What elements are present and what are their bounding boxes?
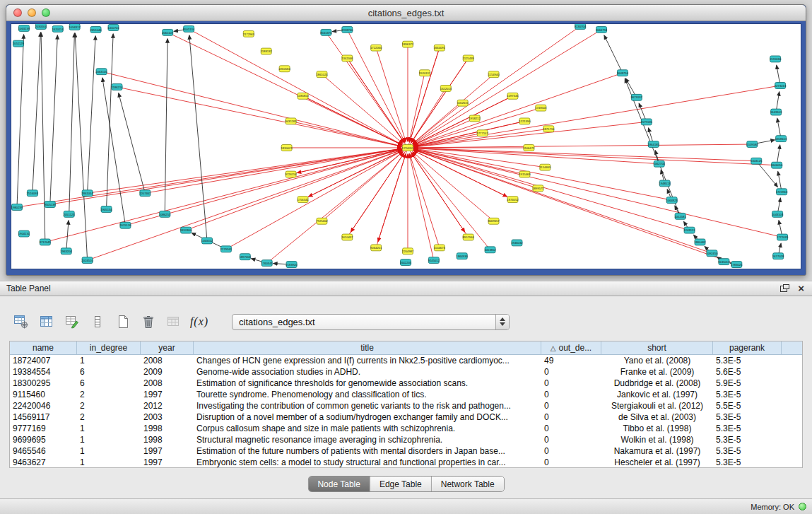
- graph-node[interactable]: 1463552: [201, 238, 213, 244]
- graph-node[interactable]: 1591630: [770, 56, 782, 62]
- graph-node[interactable]: 1664091: [434, 45, 446, 51]
- column-header-name[interactable]: name: [10, 341, 77, 354]
- graph-node[interactable]: 1154469: [539, 164, 551, 170]
- graph-node[interactable]: 1724057: [402, 145, 414, 151]
- graph-node[interactable]: 1086253: [159, 211, 171, 217]
- graph-node[interactable]: 1125439: [463, 55, 475, 62]
- graph-node[interactable]: 2172963: [243, 30, 255, 37]
- graph-node[interactable]: 1207461: [139, 190, 151, 197]
- graph-node[interactable]: 1760341: [261, 260, 273, 267]
- graph-node[interactable]: 2186214: [111, 84, 123, 90]
- table-row[interactable]: 1830029562008Estimation of significance …: [10, 378, 802, 389]
- graph-node[interactable]: 2063105: [95, 69, 107, 75]
- graph-node[interactable]: 9245013: [718, 259, 730, 265]
- graph-node[interactable]: 1106472: [523, 145, 535, 151]
- graph-node[interactable]: 8679197: [631, 94, 643, 100]
- graph-node[interactable]: 1322013: [440, 86, 452, 92]
- network-canvas[interactable]: 1106472122139010973451154940112543916640…: [11, 23, 801, 269]
- close-window-button[interactable]: [13, 8, 22, 17]
- graph-node[interactable]: 1875710: [543, 126, 555, 132]
- graph-node[interactable]: 2651040: [90, 26, 102, 33]
- new-table-icon[interactable]: [113, 312, 133, 332]
- column-header-title[interactable]: title: [194, 341, 541, 354]
- graph-node[interactable]: 1610437: [341, 234, 353, 240]
- edit-table-icon[interactable]: [62, 312, 82, 332]
- table-row[interactable]: 1938455462009Genome-wide association stu…: [10, 366, 802, 378]
- column-header-out-degree[interactable]: △out_de...: [541, 341, 601, 354]
- graph-node[interactable]: 1860462: [694, 239, 706, 245]
- graph-node[interactable]: 2204987: [402, 248, 414, 255]
- delete-table-icon[interactable]: [139, 312, 158, 332]
- graph-node[interactable]: 1864185: [648, 141, 660, 148]
- graph-node[interactable]: 9245012: [428, 257, 440, 264]
- function-builder-icon[interactable]: f(x): [189, 312, 209, 332]
- graph-node[interactable]: 1905134: [100, 206, 112, 213]
- graph-node[interactable]: 2030504: [35, 24, 47, 29]
- graph-node[interactable]: 7925402: [316, 218, 328, 224]
- graph-node[interactable]: 1342046: [341, 55, 353, 62]
- graph-node[interactable]: 1777147: [476, 130, 488, 136]
- graph-node[interactable]: 2061107: [162, 29, 174, 35]
- column-header-short[interactable]: short: [601, 341, 713, 354]
- graph-node[interactable]: 2051123: [64, 211, 76, 217]
- table-row[interactable]: 969969511998Structural magnetic resonanc…: [10, 434, 802, 445]
- graph-node[interactable]: 1248151: [683, 227, 695, 233]
- graph-node[interactable]: 9352460: [180, 227, 192, 233]
- graph-node[interactable]: 1904131: [18, 230, 30, 237]
- window-titlebar[interactable]: citations_edges.txt: [6, 5, 806, 21]
- graph-node[interactable]: 2183920: [286, 262, 298, 268]
- graph-node[interactable]: 1003125: [751, 158, 763, 164]
- graph-node[interactable]: 1559580: [746, 141, 758, 148]
- graph-node[interactable]: 1221390: [519, 118, 531, 124]
- graph-node[interactable]: 9064201: [370, 245, 382, 251]
- graph-node[interactable]: 1144673: [434, 245, 446, 251]
- tab-network-table[interactable]: Network Table: [432, 477, 504, 491]
- graph-node[interactable]: 1097345: [507, 93, 519, 99]
- graph-node[interactable]: 1896372: [402, 41, 414, 47]
- graph-node[interactable]: 1946032: [511, 240, 523, 246]
- graph-node[interactable]: 1052581: [674, 213, 686, 219]
- graph-node[interactable]: 1358103: [775, 136, 787, 142]
- graph-node[interactable]: 2024510: [81, 257, 93, 264]
- graph-node[interactable]: 1064823: [666, 197, 678, 204]
- graph-node[interactable]: 2015126: [119, 222, 131, 228]
- graph-node[interactable]: 1092450: [706, 250, 718, 257]
- graph-node[interactable]: 1579135: [641, 119, 653, 125]
- graph-node[interactable]: 8712045: [40, 239, 52, 245]
- graph-node[interactable]: 1963204: [61, 248, 73, 255]
- graph-node[interactable]: 1899575: [532, 185, 544, 192]
- graph-node[interactable]: 1642203: [400, 259, 412, 266]
- graph-node[interactable]: 1861024: [316, 71, 328, 78]
- graph-node[interactable]: 1162615: [457, 100, 469, 106]
- graph-node[interactable]: 1648794: [617, 70, 629, 76]
- table-settings-icon[interactable]: [11, 312, 31, 332]
- graph-node[interactable]: 8069657: [488, 218, 500, 224]
- graph-node[interactable]: 1043103: [772, 211, 784, 217]
- zoom-window-button[interactable]: [42, 8, 50, 17]
- graph-node[interactable]: 1063239: [18, 25, 30, 31]
- tab-edge-table[interactable]: Edge Table: [370, 477, 432, 491]
- graph-node[interactable]: 1410741: [107, 24, 119, 30]
- graph-node[interactable]: 1864930: [457, 253, 469, 259]
- graph-node[interactable]: 1722060: [370, 45, 382, 51]
- graph-node[interactable]: 1948513: [659, 180, 671, 187]
- graph-node[interactable]: 9505134: [183, 25, 195, 32]
- graph-node[interactable]: 1646050: [771, 162, 783, 168]
- import-table-icon[interactable]: [164, 312, 184, 332]
- graph-node[interactable]: 2516093: [27, 190, 39, 197]
- graph-node[interactable]: 1723963: [776, 189, 788, 195]
- graph-node[interactable]: 8561376: [320, 29, 332, 35]
- table-row[interactable]: 1456911722003Disruption of a novel membe…: [10, 411, 802, 423]
- graph-node[interactable]: 1643103: [770, 109, 782, 115]
- graph-node[interactable]: 1154940: [488, 71, 500, 78]
- combo-stepper-icon[interactable]: [495, 315, 509, 329]
- table-source-select[interactable]: citations_edges.txt: [232, 314, 510, 330]
- show-columns-icon[interactable]: [37, 312, 57, 332]
- graph-node[interactable]: 1897203: [240, 254, 252, 260]
- column-header-year[interactable]: year: [141, 341, 194, 354]
- graph-node[interactable]: 2051129: [13, 40, 25, 47]
- graph-node[interactable]: 1958760: [341, 26, 353, 33]
- graph-node[interactable]: 1620114: [52, 25, 64, 32]
- graph-node[interactable]: 1861054: [81, 190, 93, 197]
- table-row[interactable]: 1872400712008Changes of HCN gene express…: [10, 355, 802, 366]
